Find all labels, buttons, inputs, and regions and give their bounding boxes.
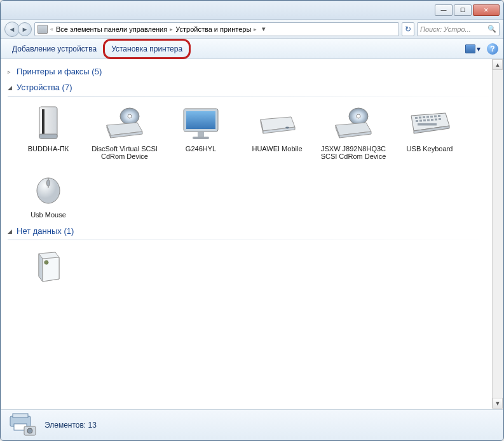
device-item-keyboard[interactable]: USB Keyboard	[394, 100, 465, 164]
section-nodata-label: Нет данных (1)	[17, 226, 74, 236]
external-drive-icon	[255, 104, 299, 142]
address-dropdown[interactable]: ▾	[259, 25, 268, 33]
device-label: DiscSoft Virtual SCSI CdRom Device	[90, 145, 159, 160]
section-devices[interactable]: ◢ Устройства (7)	[8, 79, 496, 95]
svg-rect-31	[13, 414, 28, 417]
svg-rect-24	[435, 119, 437, 121]
scroll-down-button[interactable]: ▼	[493, 398, 503, 409]
svg-rect-1	[42, 109, 44, 136]
breadcrumb-sep-icon: ▸	[170, 26, 173, 32]
device-label: BUDDHA-ПК	[28, 145, 69, 153]
device-label: HUAWEI Mobile	[252, 145, 302, 153]
device-label: USB Keyboard	[407, 145, 453, 153]
view-icon	[465, 44, 475, 53]
svg-rect-12	[415, 117, 418, 119]
device-item-monitor[interactable]: G246HYL	[165, 100, 236, 164]
nav-buttons: ◄ ►	[4, 22, 32, 37]
toolbar: Добавление устройства Установка принтера…	[1, 39, 503, 59]
maximize-button[interactable]: ☐	[454, 4, 472, 16]
breadcrumb-sep-icon: ▸	[254, 26, 257, 32]
status-count: Элементов: 13	[44, 421, 97, 430]
device-label: JSXW J892N8HQ3C SCSI CdRom Device	[319, 145, 388, 160]
section-devices-label: Устройства (7)	[17, 83, 72, 92]
collapse-arrow-icon: ▹	[8, 69, 17, 75]
printer-camera-icon	[8, 412, 38, 438]
monitor-icon	[179, 104, 223, 142]
minimize-button[interactable]: —	[435, 4, 453, 16]
search-placeholder: Поиск: Устро...	[420, 25, 471, 33]
expand-arrow-icon: ◢	[8, 85, 17, 91]
svg-rect-21	[423, 119, 426, 121]
status-bar: Элементов: 13	[1, 409, 503, 440]
svg-rect-7	[198, 132, 204, 137]
svg-rect-17	[434, 116, 437, 118]
svg-point-4	[128, 114, 132, 118]
devices-icon	[37, 25, 48, 34]
address-box[interactable]: « Все элементы панели управления ▸ Устро…	[34, 22, 399, 36]
mouse-icon	[26, 170, 71, 208]
svg-rect-23	[431, 119, 433, 121]
svg-rect-25	[439, 118, 441, 120]
help-button[interactable]: ?	[487, 43, 498, 55]
scrollbar[interactable]: ▲ ▼	[492, 59, 503, 409]
breadcrumb-chevrons: «	[50, 26, 53, 32]
device-label: Usb Mouse	[31, 211, 66, 219]
svg-point-34	[27, 428, 32, 433]
computer-tower-icon	[26, 104, 71, 142]
svg-rect-18	[438, 115, 440, 117]
add-printer-button[interactable]: Установка принтера	[103, 39, 191, 59]
devices-items: BUDDHA-ПК DiscSoft Virtual SCSI CdRom De…	[8, 100, 496, 222]
section-nodata[interactable]: ◢ Нет данных (1)	[8, 222, 496, 238]
titlebar: — ☐ ✕	[1, 1, 503, 20]
add-device-button[interactable]: Добавление устройства	[6, 41, 103, 57]
svg-rect-2	[39, 134, 57, 139]
nodata-items	[8, 244, 496, 292]
svg-rect-14	[423, 116, 425, 118]
svg-point-28	[47, 180, 50, 186]
content-area: ▹ Принтеры и факсы (5) ◢ Устройства (7) …	[1, 59, 503, 409]
svg-rect-19	[416, 120, 418, 122]
device-label: G246HYL	[186, 145, 216, 153]
svg-rect-6	[186, 111, 215, 129]
device-item-unknown[interactable]	[13, 244, 84, 292]
expand-arrow-icon: ◢	[8, 228, 17, 234]
svg-rect-15	[426, 116, 429, 118]
section-printers[interactable]: ▹ Принтеры и факсы (5)	[8, 63, 496, 79]
device-item-cdrom[interactable]: DiscSoft Virtual SCSI CdRom Device	[89, 100, 160, 164]
divider	[8, 96, 496, 97]
divider	[8, 240, 496, 240]
breadcrumb-devices[interactable]: Устройства и принтеры	[175, 25, 251, 33]
keyboard-icon	[407, 104, 452, 142]
svg-point-9	[285, 127, 289, 129]
search-icon[interactable]: 🔍	[487, 25, 496, 33]
svg-rect-20	[419, 120, 422, 122]
svg-rect-26	[418, 123, 437, 126]
unknown-device-icon	[26, 248, 71, 286]
svg-point-29	[44, 261, 48, 264]
devices-window: — ☐ ✕ ◄ ► « Все элементы панели управлен…	[0, 0, 504, 441]
svg-rect-16	[430, 116, 433, 118]
refresh-button[interactable]: ↻	[402, 22, 414, 36]
breadcrumb-control-panel[interactable]: Все элементы панели управления	[56, 25, 167, 33]
cdrom-drive-icon	[331, 104, 376, 142]
svg-rect-22	[427, 119, 430, 121]
device-item-pc[interactable]: BUDDHA-ПК	[13, 100, 84, 164]
forward-button[interactable]: ►	[18, 22, 32, 36]
device-item-mouse[interactable]: Usb Mouse	[13, 166, 84, 222]
device-item-cdrom2[interactable]: JSXW J892N8HQ3C SCSI CdRom Device	[318, 100, 389, 164]
svg-rect-8	[193, 137, 209, 139]
svg-point-11	[357, 114, 360, 118]
svg-rect-13	[419, 117, 421, 119]
search-input[interactable]: Поиск: Устро... 🔍	[417, 22, 500, 36]
chevron-down-icon: ▾	[477, 44, 480, 53]
view-mode-button[interactable]: ▾	[465, 44, 480, 53]
device-item-modem[interactable]: HUAWEI Mobile	[242, 100, 313, 164]
close-button[interactable]: ✕	[473, 4, 500, 16]
scroll-up-button[interactable]: ▲	[493, 59, 503, 70]
address-bar: ◄ ► « Все элементы панели управления ▸ У…	[1, 20, 503, 39]
toolbar-right: ▾ ?	[465, 43, 498, 55]
section-printers-label: Принтеры и факсы (5)	[17, 67, 102, 76]
cdrom-drive-icon	[102, 104, 147, 142]
